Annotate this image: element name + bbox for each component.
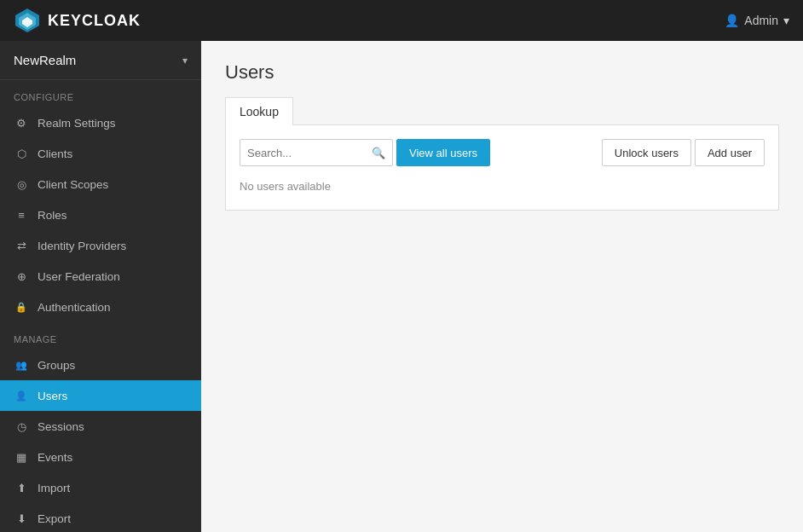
sidebar-item-roles[interactable]: ≡ Roles	[0, 200, 201, 230]
sidebar-label-import: Import	[38, 482, 70, 494]
tab-bar: Lookup	[225, 97, 779, 125]
sidebar-item-sessions[interactable]: ◷ Sessions	[0, 411, 201, 442]
search-input-wrapper: 🔍	[240, 139, 393, 166]
navbar: KEYCLOAK 👤 Admin ▾	[0, 0, 803, 41]
content-area: Users Lookup 🔍 View all users Unlock use…	[201, 41, 803, 532]
puzzle-icon: ⬡	[14, 146, 29, 161]
sidebar-item-user-federation[interactable]: ⊕ User Federation	[0, 261, 201, 292]
sidebar-item-clients[interactable]: ⬡ Clients	[0, 138, 201, 169]
sidebar-label-identity-providers: Identity Providers	[38, 240, 126, 252]
sidebar-label-events: Events	[38, 451, 72, 464]
user-label: Admin	[744, 14, 778, 27]
main-layout: NewRealm ▾ Configure ⚙ Realm Settings ⬡ …	[0, 41, 803, 532]
brand: KEYCLOAK	[14, 7, 141, 34]
idp-icon: ⇄	[14, 238, 29, 253]
event-icon: ▦	[14, 449, 29, 465]
sidebar-item-realm-settings[interactable]: ⚙ Realm Settings	[0, 107, 201, 138]
sidebar-item-export[interactable]: ⬇ Export	[0, 503, 201, 532]
unlock-users-button[interactable]: Unlock users	[602, 139, 691, 166]
lock-icon: 🔒	[14, 299, 29, 315]
user-icon: 👤	[14, 388, 29, 403]
sidebar-item-groups[interactable]: 👥 Groups	[0, 350, 201, 380]
no-users-message: No users available	[240, 176, 765, 196]
add-user-button[interactable]: Add user	[695, 139, 765, 166]
fed-icon: ⊕	[14, 269, 29, 284]
sidebar-label-authentication: Authentication	[38, 301, 111, 314]
realm-name: NewRealm	[14, 53, 76, 67]
import-icon: ⬆	[14, 480, 29, 495]
user-menu[interactable]: 👤 Admin ▾	[725, 14, 789, 27]
sidebar-label-client-scopes: Client Scopes	[38, 178, 108, 191]
sidebar-item-import[interactable]: ⬆ Import	[0, 472, 201, 503]
user-person-icon: 👤	[725, 14, 739, 27]
sidebar-label-users: Users	[38, 390, 67, 402]
sidebar-label-roles: Roles	[38, 209, 67, 222]
export-icon: ⬇	[14, 511, 29, 526]
users-panel: 🔍 View all users Unlock users Add user N…	[225, 125, 779, 211]
sidebar: NewRealm ▾ Configure ⚙ Realm Settings ⬡ …	[0, 41, 201, 532]
page-title: Users	[225, 61, 779, 84]
sidebar-label-sessions: Sessions	[38, 420, 84, 433]
sidebar-label-realm-settings: Realm Settings	[38, 117, 116, 130]
app-title: KEYCLOAK	[48, 12, 141, 30]
search-row: 🔍 View all users Unlock users Add user	[240, 139, 765, 166]
chevron-down-icon: ▾	[783, 14, 789, 27]
search-input[interactable]	[247, 147, 372, 159]
configure-section-label: Configure	[0, 80, 201, 107]
group-icon: 👥	[14, 357, 29, 373]
sidebar-label-user-federation: User Federation	[38, 270, 120, 283]
sidebar-item-identity-providers[interactable]: ⇄ Identity Providers	[0, 230, 201, 261]
realm-selector[interactable]: NewRealm ▾	[0, 41, 201, 80]
session-icon: ◷	[14, 419, 29, 434]
tab-lookup[interactable]: Lookup	[225, 97, 293, 125]
sidebar-label-export: Export	[38, 512, 71, 525]
sidebar-item-users[interactable]: 👤 Users	[0, 380, 201, 411]
realm-chevron-icon: ▾	[182, 55, 188, 66]
search-button[interactable]: 🔍	[372, 147, 385, 159]
sidebar-label-clients: Clients	[38, 147, 72, 160]
scope-icon: ◎	[14, 176, 29, 192]
sidebar-label-groups: Groups	[38, 359, 75, 372]
sidebar-item-client-scopes[interactable]: ◎ Client Scopes	[0, 169, 201, 200]
sidebar-item-authentication[interactable]: 🔒 Authentication	[0, 292, 201, 322]
manage-section-label: Manage	[0, 322, 201, 350]
keycloak-logo-icon	[14, 7, 41, 34]
gear-icon: ⚙	[14, 115, 29, 130]
view-all-users-button[interactable]: View all users	[396, 139, 490, 166]
role-icon: ≡	[14, 207, 29, 223]
sidebar-item-events[interactable]: ▦ Events	[0, 442, 201, 472]
